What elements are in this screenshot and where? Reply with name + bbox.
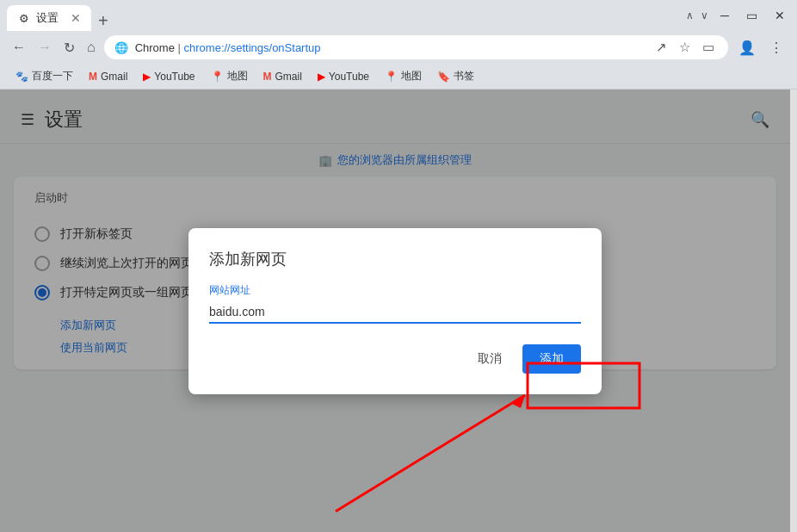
bookmarks-icon: 🔖 [437,71,450,83]
close-button[interactable]: ✕ [769,7,790,24]
bookmarks-bar: 🐾 百度一下 M Gmail ▶ YouTube 📍 地图 M Gmail ▶ … [0,65,797,90]
window-controls: ∧ ∨ ─ ▭ ✕ [686,7,790,24]
url-input[interactable] [209,301,581,324]
gmail-icon-2: M [263,71,272,83]
maps-icon-2: 📍 [385,71,398,83]
tab-search-button[interactable]: ▭ [699,38,718,57]
profile-button[interactable]: 👤 [733,36,761,59]
url-brand: Chrome [135,41,175,54]
new-tab-button[interactable]: + [91,11,115,31]
chevron-down-icon: ∨ [701,9,708,22]
share-button[interactable]: ↗ [652,38,670,57]
url-action-buttons: ↗ ☆ ▭ [652,38,718,57]
reload-button[interactable]: ↻ [60,36,78,59]
baidu-icon: 🐾 [15,71,28,83]
tab-close-button[interactable]: ✕ [71,11,81,25]
forward-button[interactable]: → [34,36,55,59]
minimize-button[interactable]: ─ [715,7,734,24]
addressbar: ← → ↻ ⌂ 🌐 Chrome | chrome://settings/onS… [0,31,797,65]
toolbar-actions: 👤 ⋮ [733,36,788,59]
youtube-icon-1: ▶ [143,71,151,83]
bookmark-maps-2-label: 地图 [401,69,422,84]
back-button[interactable]: ← [9,36,29,59]
tab-label: 设置 [36,10,59,26]
scrollbar[interactable] [790,90,797,532]
dialog-actions: 取消 添加 [209,344,581,374]
youtube-icon-2: ▶ [318,71,325,83]
url-display: Chrome | chrome://settings/onStartup [135,41,646,54]
chevron-up-icon: ∧ [686,9,694,22]
bookmark-maps-1[interactable]: 📍 地图 [204,67,255,85]
bookmark-button[interactable]: ☆ [676,38,694,57]
gmail-icon-1: M [89,71,97,83]
dialog-title: 添加新网页 [209,249,581,269]
bookmark-bookmarks-label: 书签 [454,69,474,84]
tab-settings-icon: ⚙ [17,11,31,25]
bookmark-gmail-1[interactable]: M Gmail [82,69,134,84]
restore-button[interactable]: ▭ [741,7,763,24]
titlebar: ⚙ 设置 ✕ + ∧ ∨ ─ ▭ ✕ [0,0,797,31]
url-path: chrome://settings/onStartup [184,41,321,54]
cancel-button[interactable]: 取消 [464,344,516,374]
bookmark-bookmarks[interactable]: 🔖 书签 [430,67,481,85]
tab-area: ⚙ 设置 ✕ + [7,0,115,31]
url-bar[interactable]: 🌐 Chrome | chrome://settings/onStartup ↗… [104,35,728,59]
add-page-dialog: 添加新网页 网站网址 取消 添加 [188,228,602,394]
bookmark-youtube-2[interactable]: ▶ YouTube [311,69,376,84]
bookmark-maps-1-label: 地图 [227,69,248,84]
modal-overlay: 添加新网页 网站网址 取消 添加 [0,90,790,532]
chrome-icon: 🌐 [114,41,128,54]
maps-icon-1: 📍 [211,71,224,83]
settings-content: ☰ 设置 🔍 🏢 您的浏览器由所属组织管理 启动时 打开新标签页 继续浏览上次打… [0,90,790,532]
bookmark-gmail-1-label: Gmail [101,71,127,83]
bookmark-baidu[interactable]: 🐾 百度一下 [9,67,80,85]
more-button[interactable]: ⋮ [764,36,788,59]
bookmark-gmail-2-label: Gmail [275,71,302,83]
bookmark-gmail-2[interactable]: M Gmail [256,69,309,84]
dialog-field-label: 网站网址 [209,283,581,298]
add-button[interactable]: 添加 [522,344,581,374]
bookmark-youtube-2-label: YouTube [329,71,369,83]
main-area: ☰ 设置 🔍 🏢 您的浏览器由所属组织管理 启动时 打开新标签页 继续浏览上次打… [0,90,797,532]
bookmark-baidu-label: 百度一下 [32,69,73,84]
bookmark-maps-2[interactable]: 📍 地图 [378,67,429,85]
bookmark-youtube-1-label: YouTube [154,71,195,83]
home-button[interactable]: ⌂ [83,36,99,59]
bookmark-youtube-1[interactable]: ▶ YouTube [136,69,201,84]
active-tab[interactable]: ⚙ 设置 ✕ [7,5,91,31]
